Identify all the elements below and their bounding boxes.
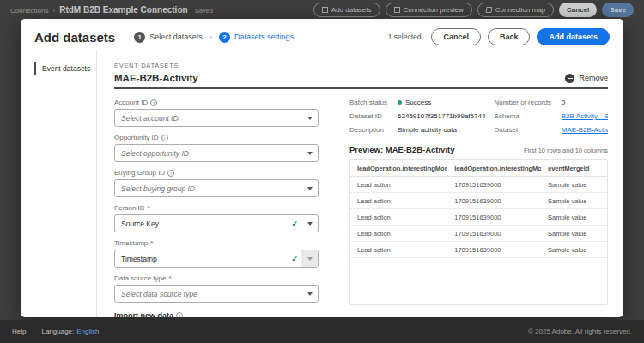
info-icon[interactable]: i [150,99,157,106]
content-columns: Account ID i Select account ID Opportuni… [114,99,608,317]
copyright: © 2025 Adobe. All rights reserved. [528,328,632,335]
success-dot-icon [398,100,402,105]
table-cell: 1709151639000 [447,242,541,257]
table-cell: 1709151639000 [447,226,541,241]
add-datasets-button[interactable]: Add datasets [537,28,610,45]
required-asterisk: * [168,274,171,282]
chevron-down-icon[interactable] [301,180,318,196]
description-label: Description [349,126,387,134]
table-row: Lead action 1709151639000 Sample value [350,209,607,226]
chevron-down-icon[interactable] [301,286,318,302]
info-icon[interactable]: i [176,312,183,317]
schema-link[interactable]: B2B Activity - Simple [562,112,608,120]
person-id-label-text: Person ID [114,204,145,212]
opportunity-id-select[interactable]: Select opportunity ID [114,144,319,162]
table-cell: Sample value [541,226,607,241]
timestamp-label: Timestamp * [114,239,319,247]
data-source-type-select[interactable]: Select data source type [114,285,319,303]
table-cell: Lead action [350,209,447,225]
dataset-details: Batch status Success Dataset ID 63459107… [349,99,608,317]
chevron-down-icon [301,250,318,267]
table-cell: 1709151639000 [447,209,541,225]
account-id-label-text: Account ID [114,99,148,106]
chevron-down-icon[interactable] [301,110,318,126]
column-header: eventMergeId [541,160,607,176]
page-save-label: Save [610,6,626,14]
breadcrumb-connections-link[interactable]: Connections [10,7,48,15]
page-cancel-button[interactable]: Cancel [559,3,597,17]
language-label: Language: [41,328,74,335]
add-datasets-toolbar-button[interactable]: Add datasets [313,3,380,17]
back-button[interactable]: Back [488,28,531,45]
saved-status: Saved [195,7,213,15]
buying-group-id-select[interactable]: Select buying group ID [114,179,319,197]
table-cell: Lead action [350,226,447,241]
section-label: EVENT DATASETS [114,62,608,69]
table-cell: Sample value [541,177,607,192]
required-asterisk: * [150,239,153,247]
remove-label: Remove [579,74,608,82]
table-cell: Sample value [541,242,607,257]
modal-body: Event datasets EVENT DATASETS MAE-B2B-Ac… [21,51,623,317]
sidebar-item-event-datasets[interactable]: Event datasets [34,62,96,75]
data-source-type-label-text: Data source type [114,274,166,282]
info-icon[interactable]: i [161,135,168,141]
step-2-label: Datasets settings [234,33,294,41]
timestamp-select[interactable]: Timestamp ✓ [114,250,319,268]
buying-group-id-label: Buying Group ID i [114,169,319,177]
page-toolbar: Add datasets Connection preview Connecti… [313,3,634,17]
cancel-button[interactable]: Cancel [431,28,481,45]
language-selector: Language: English [41,328,99,335]
records-label: Number of records [495,99,551,106]
help-link[interactable]: Help [12,328,26,335]
batch-status-value: Success [398,99,495,106]
preview-icon [394,7,400,13]
required-asterisk: * [148,204,150,212]
dataset-id-value: 63459107f351771b99af5744 [398,112,495,120]
valid-check-icon: ✓ [291,255,298,263]
info-icon[interactable]: i [167,170,174,177]
step-datasets-settings[interactable]: 2 Datasets settings [219,32,294,43]
connection-map-button[interactable]: Connection map [477,3,554,17]
dataset-header: MAE-B2B-Activity Remove [114,73,608,89]
dataset-link[interactable]: MAE-B2B-Activity [562,126,608,134]
field-data-source-type: Data source type * Select data source ty… [114,274,319,303]
page-header: Connections › RtdM B2B Example Connectio… [0,0,644,19]
dataset-label: Dataset [495,126,551,134]
import-new-data-label-row: Import new data i [114,311,319,317]
table-cell: 1709151639000 [447,177,541,192]
person-id-select[interactable]: Source Key ✓ [114,214,319,232]
data-source-type-value: Select data source type [115,290,301,298]
detail-groups: Batch status Success Dataset ID 63459107… [349,99,608,134]
selected-count: 1 selected [388,33,422,41]
field-account-id: Account ID i Select account ID [114,99,319,127]
chevron-down-icon[interactable] [301,145,318,161]
connection-preview-button[interactable]: Connection preview [386,3,472,17]
person-id-value: Source Key [115,220,291,228]
account-id-select[interactable]: Select account ID [114,109,319,127]
field-opportunity-id: Opportunity ID i Select opportunity ID [114,134,319,162]
preview-title: Preview: MAE-B2B-Activity [349,145,454,154]
schema-label: Schema [495,112,551,120]
dataset-id-label: Dataset ID [349,112,387,120]
opportunity-id-value: Select opportunity ID [115,149,301,158]
chevron-down-icon[interactable] [301,215,318,232]
person-id-label: Person ID * [114,204,319,212]
step-select-datasets[interactable]: 1 Select datasets [134,32,203,43]
detail-group-right: Number of records 0 Schema B2B Activity … [495,99,608,134]
modal-actions: 1 selected Cancel Back Add datasets [388,28,610,45]
language-link[interactable]: English [76,328,99,335]
modal-main: EVENT DATASETS MAE-B2B-Activity Remove A… [96,51,623,317]
table-header-row: leadOperation.interestingMoment... leadO… [350,160,607,177]
step-1-label: Select datasets [149,33,203,41]
mapping-form: Account ID i Select account ID Opportuni… [114,99,319,317]
import-new-data-section: Import new data i Import all new data [114,311,319,317]
description-value: Simple activity data [398,126,495,134]
remove-dataset-button[interactable]: Remove [565,74,608,83]
page-save-button[interactable]: Save [602,3,634,17]
page-cancel-label: Cancel [567,6,589,14]
page-footer: Help Language: English © 2025 Adobe. All… [0,320,644,343]
add-datasets-modal: Add datasets 1 Select datasets › 2 Datas… [21,19,623,317]
chevron-right-icon: › [210,33,212,42]
field-timestamp: Timestamp * Timestamp ✓ [114,239,319,268]
